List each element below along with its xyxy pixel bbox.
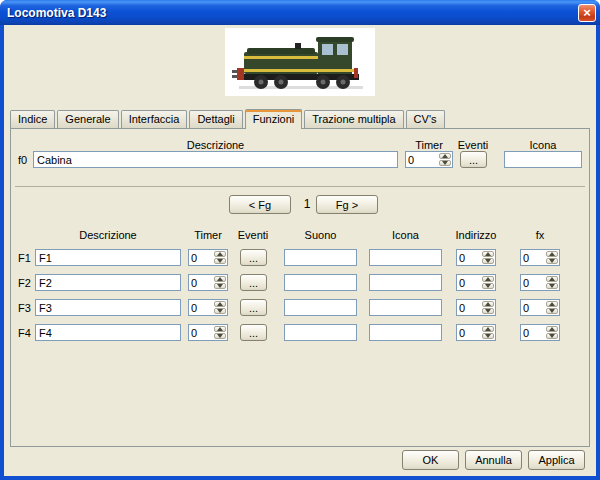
timer-input[interactable] (189, 300, 214, 315)
chevron-up-icon (217, 302, 223, 306)
timer-spinner (188, 249, 228, 266)
timer-input[interactable] (189, 250, 214, 265)
f0-timer-spinner-up-button[interactable] (439, 153, 451, 159)
descrizione-input[interactable] (35, 249, 181, 266)
indirizzo-spinner (456, 324, 496, 341)
col-header-fx: fx (500, 229, 580, 241)
icona-input[interactable] (369, 274, 442, 291)
spinner-down-button[interactable] (214, 258, 226, 264)
f0-timer-spinner-down-button[interactable] (439, 160, 451, 166)
suono-input[interactable] (284, 274, 357, 291)
tab-indice[interactable]: Indice (10, 110, 55, 128)
timer-input[interactable] (189, 325, 214, 340)
spinner-up-button[interactable] (214, 251, 226, 257)
chevron-down-icon (485, 334, 491, 338)
title-bar[interactable]: Locomotiva D143 × (0, 0, 600, 25)
spinner-up-button[interactable] (546, 301, 558, 307)
fx-input[interactable] (521, 250, 546, 265)
indirizzo-input[interactable] (457, 325, 482, 340)
tab-funzioni[interactable]: Funzioni (245, 109, 303, 129)
tab-dettagli[interactable]: Dettagli (189, 110, 242, 128)
chevron-up-icon (485, 277, 491, 281)
annulla-button[interactable]: Annulla (465, 450, 522, 470)
f0-icona-input[interactable] (504, 151, 582, 168)
f0-timer-spinner (405, 151, 453, 168)
timer-spinner (188, 324, 228, 341)
spinner-down-button[interactable] (546, 258, 558, 264)
descrizione-input[interactable] (35, 274, 181, 291)
section-divider (15, 186, 585, 187)
chevron-down-icon (549, 309, 555, 313)
spinner-up-button[interactable] (214, 276, 226, 282)
chevron-up-icon (485, 302, 491, 306)
f0-eventi-button[interactable]: ... (460, 151, 487, 168)
tab-generale[interactable]: Generale (57, 110, 118, 128)
col-header-eventi: Eventi (223, 229, 283, 241)
suono-input[interactable] (284, 324, 357, 341)
spinner-down-button[interactable] (482, 258, 494, 264)
spinner-down-button[interactable] (546, 283, 558, 289)
fx-input[interactable] (521, 300, 546, 315)
chevron-up-icon (549, 277, 555, 281)
col-header-icona: Icona (369, 229, 442, 241)
applica-button[interactable]: Applica (528, 450, 585, 470)
spinner-up-button[interactable] (482, 326, 494, 332)
spinner-up-button[interactable] (214, 301, 226, 307)
indirizzo-input[interactable] (457, 275, 482, 290)
descrizione-input[interactable] (35, 324, 181, 341)
suono-input[interactable] (284, 299, 357, 316)
fx-input[interactable] (521, 275, 546, 290)
spinner-down-button[interactable] (214, 333, 226, 339)
tab-cvs[interactable]: CV's (406, 110, 445, 128)
eventi-button[interactable]: ... (240, 249, 267, 266)
fx-spinner (520, 324, 560, 341)
eventi-button[interactable]: ... (240, 274, 267, 291)
spinner-down-button[interactable] (482, 283, 494, 289)
chevron-up-icon (485, 252, 491, 256)
spinner-down-button[interactable] (482, 333, 494, 339)
chevron-down-icon (217, 309, 223, 313)
eventi-button[interactable]: ... (240, 324, 267, 341)
indirizzo-input[interactable] (457, 250, 482, 265)
spinner-up-button[interactable] (482, 301, 494, 307)
spinner-up-button[interactable] (482, 276, 494, 282)
descrizione-input[interactable] (35, 299, 181, 316)
indirizzo-spinner (456, 249, 496, 266)
funzioni-tab-panel: Descrizione Timer Eventi Icona f0 ... < … (10, 128, 590, 447)
f0-timer-input[interactable] (406, 152, 439, 167)
spinner-down-button[interactable] (546, 333, 558, 339)
icona-input[interactable] (369, 249, 442, 266)
spinner-up-button[interactable] (482, 251, 494, 257)
eventi-button[interactable]: ... (240, 299, 267, 316)
spinner-down-button[interactable] (214, 283, 226, 289)
spinner-down-button[interactable] (214, 308, 226, 314)
f0-descrizione-input[interactable] (33, 151, 398, 168)
fg-next-button[interactable]: Fg > (316, 195, 378, 214)
spinner-up-button[interactable] (546, 251, 558, 257)
spinner-up-button[interactable] (546, 276, 558, 282)
fx-input[interactable] (521, 325, 546, 340)
col-header-descrizione: Descrizione (35, 229, 181, 241)
fg-previous-button[interactable]: < Fg (229, 195, 291, 214)
spinner-down-button[interactable] (546, 308, 558, 314)
dialog-footer: OK Annulla Applica (402, 450, 585, 470)
indirizzo-input[interactable] (457, 300, 482, 315)
window-title: Locomotiva D143 (0, 6, 578, 20)
tab-interfaccia[interactable]: Interfaccia (121, 110, 188, 128)
timer-spinner (188, 299, 228, 316)
ok-button[interactable]: OK (402, 450, 459, 470)
close-button[interactable]: × (578, 4, 596, 22)
timer-spinner (188, 274, 228, 291)
dialog-body: Indice Generale Interfaccia Dettagli Fun… (4, 25, 596, 476)
tab-trazione-multipla[interactable]: Trazione multipla (304, 110, 403, 128)
spinner-up-button[interactable] (214, 326, 226, 332)
chevron-down-icon (485, 284, 491, 288)
chevron-down-icon (549, 334, 555, 338)
spinner-up-button[interactable] (546, 326, 558, 332)
timer-input[interactable] (189, 275, 214, 290)
spinner-down-button[interactable] (482, 308, 494, 314)
suono-input[interactable] (284, 249, 357, 266)
icona-input[interactable] (369, 299, 442, 316)
chevron-down-icon (217, 284, 223, 288)
icona-input[interactable] (369, 324, 442, 341)
